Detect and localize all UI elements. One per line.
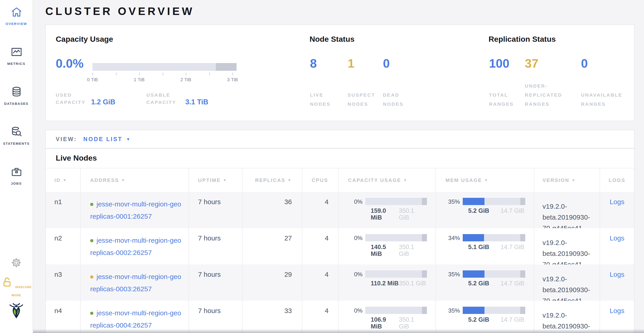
view-bar: VIEW: NODE LIST ▼ <box>45 130 634 148</box>
sidebar-item-jobs[interactable]: JOBS <box>0 166 33 186</box>
node-replicas: 33 <box>242 301 302 333</box>
mem-total-value: 14.7 GiB <box>500 316 524 323</box>
table-body: n1 jesse-movr-multi-region-geo replicas-… <box>46 192 634 333</box>
mem-used-value: 5.2 GiB <box>468 280 489 287</box>
sidebar-item-metrics[interactable]: METRICS <box>0 46 33 66</box>
mem-bar-fill <box>463 307 485 314</box>
node-logs-cell: Logs <box>600 264 634 301</box>
node-address-link[interactable]: jesse-movr-multi-region-geo replicas-000… <box>90 198 184 222</box>
home-icon <box>10 6 22 20</box>
column-header-mem-usage[interactable]: MEM USAGE▼ <box>436 168 534 192</box>
node-logs-cell: Logs <box>600 301 634 333</box>
column-header-cpus: CPUS <box>302 168 338 192</box>
node-id: n1 <box>46 192 81 228</box>
node-uptime: 7 hours <box>189 192 242 228</box>
capacity-usage-title: Capacity Usage <box>56 35 113 44</box>
logs-link[interactable]: Logs <box>610 307 624 314</box>
line-chart-icon <box>10 46 22 60</box>
column-header-id[interactable]: ID▼ <box>46 168 81 192</box>
mem-bar-reserved-segment <box>520 234 525 241</box>
capacity-used-value: 106.9 MiB <box>371 316 399 330</box>
column-header-capacity-usage[interactable]: CAPACITY USAGE▼ <box>338 168 436 192</box>
axis-tick-label: 2 TiB <box>180 77 191 82</box>
table-row: n3 jesse-movr-multi-region-geo replicas-… <box>46 264 634 301</box>
settings-button[interactable] <box>0 257 33 270</box>
capacity-percent: 0.0% <box>56 57 84 71</box>
node-replicas: 29 <box>242 264 302 301</box>
capacity-axis: 0 TiB 1 TiB 2 TiB 3 TiB <box>92 73 236 84</box>
node-status-dot <box>90 239 93 242</box>
usable-capacity-value: 3.1 TiB <box>185 98 208 106</box>
capacity-bar-reserved-segment <box>422 270 427 278</box>
node-capacity-usage: 0% 140.5 MiB 350.1 GiB <box>338 228 436 264</box>
live-nodes-title: Live Nodes <box>56 154 97 163</box>
insecure-mode-indicator[interactable]: INSECURE MODE <box>0 276 33 298</box>
node-address-cell: jesse-movr-multi-region-geo replicas-000… <box>81 301 189 333</box>
node-replicas: 27 <box>242 228 302 264</box>
mem-total-value: 14.7 GiB <box>500 207 524 214</box>
logs-link[interactable]: Logs <box>610 270 624 278</box>
sidebar-item-label: JOBS <box>0 181 33 186</box>
table-header-row: ID▼ ADDRESS▼ UPTIME▼ REPLICAS▼ CPUS CAPA… <box>46 168 634 192</box>
logs-link[interactable]: Logs <box>610 198 624 205</box>
sidebar-item-label: DATABASES <box>0 102 33 106</box>
capacity-percent-label: 0% <box>348 271 362 277</box>
sort-arrow-icon: ▼ <box>403 178 408 182</box>
mem-percent-label: 34% <box>446 234 460 241</box>
capacity-used-value: 110.2 MiB <box>371 280 398 287</box>
suspect-nodes-value: 1 <box>348 57 354 71</box>
column-header-uptime[interactable]: UPTIME▼ <box>189 168 242 192</box>
mem-percent-label: 35% <box>446 198 460 205</box>
column-header-logs: LOGS <box>600 168 634 192</box>
cluster-summary-panel: Capacity Usage 0.0% 0 TiB 1 TiB 2 TiB 3 … <box>45 25 634 121</box>
capacity-usage-section: Capacity Usage 0.0% 0 TiB 1 TiB 2 TiB 3 … <box>56 25 300 122</box>
sidebar-item-statements[interactable]: STATEMENTS <box>0 126 33 146</box>
axis-tick-label: 0 TiB <box>87 77 98 82</box>
capacity-percent-label: 0% <box>348 234 362 241</box>
view-selector-dropdown[interactable]: NODE LIST ▼ <box>84 136 130 142</box>
usable-capacity-stat: USABLE CAPACITY 3.1 TiB <box>146 91 208 106</box>
node-mem-usage: 34% 5.1 GiB 14.7 GiB <box>436 228 534 264</box>
capacity-bar <box>365 270 427 278</box>
dead-nodes-value: 0 <box>383 57 390 71</box>
node-address-link[interactable]: jesse-movr-multi-region-geo replicas-000… <box>90 270 184 295</box>
sidebar-item-overview[interactable]: OVERVIEW <box>0 6 33 26</box>
sidebar: OVERVIEW METRICS DATABASES <box>0 0 33 333</box>
used-capacity-stat: USED CAPACITY 1.2 GiB <box>56 91 115 106</box>
usable-capacity-label: USABLE CAPACITY <box>146 91 183 106</box>
mem-total-value: 14.7 GiB <box>500 244 524 250</box>
sort-arrow-icon: ▼ <box>288 178 292 182</box>
node-address-link[interactable]: jesse-movr-multi-region-geo replicas-000… <box>90 234 184 259</box>
node-id: n2 <box>46 228 81 264</box>
view-label: VIEW: <box>56 136 77 142</box>
mem-bar-fill <box>463 270 485 278</box>
column-header-version[interactable]: VERSION▼ <box>534 168 600 192</box>
mem-percent-label: 35% <box>446 307 460 314</box>
node-mem-usage: 35% 5.2 GiB 14.7 GiB <box>436 301 534 333</box>
node-version: v19.2.0- beta.20190930- 70-g445ec41 <box>534 192 600 228</box>
replication-status-title: Replication Status <box>488 35 556 44</box>
node-address-link[interactable]: jesse-movr-multi-region-geo replicas-000… <box>90 307 184 331</box>
total-ranges-value: 100 <box>489 57 510 71</box>
capacity-total-value: 350.1 GiB <box>399 316 426 330</box>
live-nodes-panel: Live Nodes ID▼ ADDRESS▼ UPTIME▼ REPLICAS… <box>45 148 634 333</box>
column-header-replicas[interactable]: REPLICAS▼ <box>242 168 302 192</box>
used-capacity-label: USED CAPACITY <box>56 91 88 106</box>
node-capacity-usage: 0% 106.9 MiB 350.1 GiB <box>338 301 436 333</box>
database-icon <box>10 86 22 100</box>
node-cpus: 4 <box>302 301 338 333</box>
node-address-cell: jesse-movr-multi-region-geo replicas-000… <box>81 192 189 228</box>
under-replicated-ranges-value: 37 <box>525 57 538 71</box>
bottom-scroll-shadow <box>33 329 644 333</box>
mem-used-value: 5.2 GiB <box>468 207 489 214</box>
unavailable-ranges-label: UNAVAILABLE RANGES <box>581 90 631 108</box>
column-header-address[interactable]: ADDRESS▼ <box>81 168 189 192</box>
suspect-nodes-label: SUSPECT NODES <box>348 90 376 108</box>
capacity-bar <box>365 307 427 314</box>
mem-used-value: 5.2 GiB <box>468 316 489 323</box>
sidebar-item-databases[interactable]: DATABASES <box>0 86 33 106</box>
replication-status-section: Replication Status 100 TOTAL RANGES 37 U… <box>488 25 638 122</box>
node-mem-usage: 35% 5.2 GiB 14.7 GiB <box>436 192 534 228</box>
mem-used-value: 5.1 GiB <box>468 244 489 250</box>
logs-link[interactable]: Logs <box>610 234 624 242</box>
